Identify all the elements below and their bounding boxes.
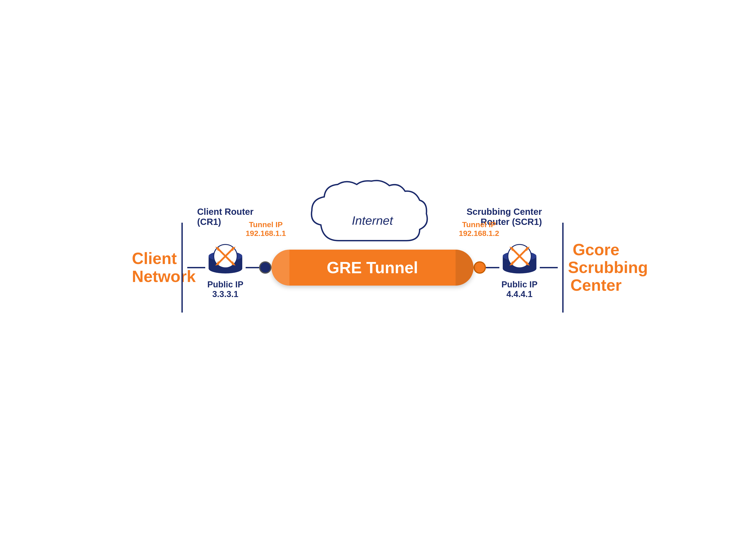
gre-tunnel-wrapper: Internet GRE Tunnel [271, 250, 473, 286]
main-row: Client Network Client Router (CR1) Tunne… [41, 223, 715, 313]
scrubbing-public-ip: 4.4.4.1 [501, 290, 537, 299]
scrubbing-router-icon [500, 236, 540, 276]
scrubbing-router-label-line1: Scrubbing Center [467, 207, 542, 217]
client-label-line2: Network [132, 268, 196, 285]
client-tunnel-ip: 192.168.1.1 [246, 229, 286, 238]
client-network-label: Client Network [132, 250, 177, 285]
h-line-right [540, 267, 558, 268]
client-tunnel-ip-label: Tunnel IP [246, 220, 286, 229]
gcore-line3: Center [570, 276, 622, 294]
gcore-scrubbing-label: Gcore Scrubbing Center [568, 241, 624, 295]
scrubbing-router-wrapper: Scrubbing Center Router (SCR1) Tunnel IP… [500, 236, 540, 299]
client-public-ip-label: Public IP [207, 280, 243, 290]
h-line-from-connector-right [486, 267, 500, 268]
scrubbing-public-ip-block: Public IP 4.4.4.1 [501, 280, 537, 299]
right-label: Gcore Scrubbing Center [568, 241, 624, 295]
client-tunnel-ip-block: Tunnel IP 192.168.1.1 [246, 220, 286, 238]
gcore-line2: Scrubbing [568, 258, 648, 276]
client-router-label-line2: (CR1) [197, 217, 254, 227]
diagram-container: Client Network Client Router (CR1) Tunne… [41, 133, 715, 403]
left-tunnel-connector [259, 261, 271, 274]
left-vertical-line [181, 223, 183, 313]
left-label: Client Network [132, 250, 177, 285]
client-public-ip-block: Public IP 3.3.3.1 [207, 280, 243, 299]
client-public-ip: 3.3.3.1 [207, 290, 243, 299]
scrubbing-public-ip-label: Public IP [501, 280, 537, 290]
client-router-label-line1: Client Router [197, 207, 254, 217]
client-router-icon [205, 236, 246, 276]
h-line-left [187, 267, 205, 268]
client-router-wrapper: Client Router (CR1) Tunnel IP 192.168.1.… [205, 236, 246, 299]
gre-tunnel: GRE Tunnel [271, 250, 473, 286]
right-tunnel-connector [473, 261, 486, 274]
scrubbing-tunnel-ip-block: Tunnel IP 192.168.1.2 [459, 220, 500, 238]
h-line-to-connector-left [246, 267, 259, 268]
client-label-line1: Client [132, 249, 177, 268]
gcore-line1: Gcore [573, 240, 619, 259]
right-vertical-line [562, 223, 564, 313]
internet-label: Internet [352, 213, 393, 227]
gre-tunnel-label: GRE Tunnel [327, 258, 418, 277]
scrubbing-tunnel-ip-label: Tunnel IP [459, 220, 500, 229]
scrubbing-tunnel-ip: 192.168.1.2 [459, 229, 500, 238]
